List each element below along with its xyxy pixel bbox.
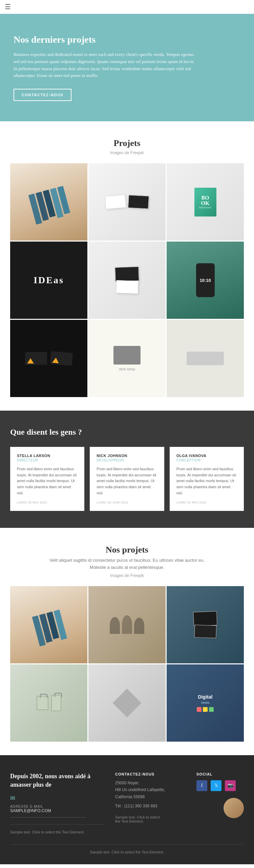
proj-cell-bags bbox=[10, 664, 87, 742]
footer-contact-tel: Tél : (111) 360 336 663 bbox=[115, 804, 186, 808]
footer-col-contact: CONTACTEZ-NOUS 25000 Noyer,Hill Un undef… bbox=[115, 772, 186, 834]
testimonial-role-0: DIRECTEUR bbox=[17, 458, 78, 462]
footer-col-social: SOCIAL f 𝕏 📷 bbox=[196, 772, 244, 834]
contact-button[interactable]: CONTACTEZ-NOUS bbox=[14, 89, 71, 101]
footer-section: Depuis 2002, nous avons aidé à amasser p… bbox=[0, 755, 254, 864]
projets-title: Projets bbox=[10, 138, 244, 148]
footer-email-label: ADRESSE E-MAIL bbox=[10, 805, 105, 808]
footer-email-value: SAMPLE@INFO.COM bbox=[10, 808, 105, 813]
nos-projets-section-2: Nos projets Velit aliquet sagittis id co… bbox=[0, 528, 254, 755]
testimonial-card-1: NICK JOHNSON DÉVELOPPEUR Proin sed liber… bbox=[90, 447, 164, 511]
grid-cell-design-cards bbox=[10, 320, 87, 397]
testimonials-section: Que disent les gens ? STELLA LARSON DIRE… bbox=[0, 411, 254, 528]
footer-bottom-text: Sample text. Click to select the Text El… bbox=[10, 844, 244, 854]
nos-projets-title-2: Nos projets bbox=[10, 545, 244, 555]
testimonial-role-1: DÉVELOPPEUR bbox=[97, 458, 157, 462]
projects-grid-2: Digital Media bbox=[10, 586, 244, 742]
hero-description: Business expertise and dedicated teams t… bbox=[14, 51, 196, 79]
projets-subtitle: Images de Freepik bbox=[10, 150, 244, 155]
grid-cell-desk: desk setup bbox=[88, 320, 166, 397]
grid-cell-phone: 10:10 bbox=[167, 242, 244, 319]
testimonial-name-0: STELLA LARSON bbox=[17, 454, 78, 458]
projets-section: Projets Images de Freepik bbox=[0, 121, 254, 411]
testimonial-name-2: OLGA IVANOVA bbox=[176, 454, 237, 458]
projects-image-grid: BO OK Hardcover IDEas 10:10 bbox=[10, 163, 244, 397]
grid-cell-books bbox=[10, 163, 87, 241]
footer-contact-address: 25000 Noyer,Hill Un undefined Lafayette,… bbox=[115, 780, 186, 800]
grid-cell-cards2 bbox=[88, 242, 166, 319]
footer-tagline: Depuis 2002, nous avons aidé à amasser p… bbox=[10, 772, 105, 789]
testimonial-date-2: LUNDI 20 MAI 2022 bbox=[176, 501, 237, 504]
nos-projets-description: Velit aliquet sagittis id consectetur pu… bbox=[42, 557, 212, 571]
twitter-icon[interactable]: 𝕏 bbox=[211, 780, 221, 791]
testimonial-text-2: Proin sed libero enim sed faucibus turpi… bbox=[176, 466, 237, 496]
proj-cell-digital: Digital Media bbox=[167, 664, 244, 742]
hero-section: Nos derniers projets Business expertise … bbox=[0, 14, 254, 121]
testimonial-text-1: Proin sed libero enim sed faucibus turpi… bbox=[97, 466, 157, 496]
testimonial-card-0: STELLA LARSON DIRECTEUR Proin sed libero… bbox=[10, 447, 84, 511]
footer-col-tagline: Depuis 2002, nous avons aidé à amasser p… bbox=[10, 772, 105, 834]
testimonial-name-1: NICK JOHNSON bbox=[97, 454, 157, 458]
social-icons: f 𝕏 📷 bbox=[196, 780, 244, 791]
testimonial-date-0: LUNDI 20 MAI 2022 bbox=[17, 501, 78, 504]
proj-cell-team bbox=[88, 586, 166, 663]
grid-cell-laptop-ideas: IDEas bbox=[10, 242, 87, 319]
footer-grid: Depuis 2002, nous avons aidé à amasser p… bbox=[10, 772, 244, 834]
proj-cell-abstract bbox=[88, 664, 166, 742]
footer-sample-text-2: Sample text. Click to selectthe Text Ele… bbox=[115, 815, 186, 823]
grid-cell-business-cards bbox=[88, 163, 166, 241]
proj-cell-cards3 bbox=[167, 586, 244, 663]
footer-sample-text-1: Sample text. Click to select the Text El… bbox=[10, 824, 105, 834]
testimonial-role-2: CONCEPTION bbox=[176, 458, 237, 462]
testimonial-card-2: OLGA IVANOVA CONCEPTION Proin sed libero… bbox=[170, 447, 244, 511]
menu-bar: ☰ bbox=[0, 0, 254, 14]
facebook-icon[interactable]: f bbox=[196, 780, 207, 791]
nos-projets-subtitle-2: Images de Freepik bbox=[10, 573, 244, 578]
footer-avatar bbox=[224, 798, 244, 818]
proj-cell-books bbox=[10, 586, 87, 663]
testimonials-grid: STELLA LARSON DIRECTEUR Proin sed libero… bbox=[10, 447, 244, 511]
instagram-icon[interactable]: 📷 bbox=[225, 780, 236, 791]
footer-contact-title: CONTACTEZ-NOUS bbox=[115, 772, 186, 776]
grid-cell-book-cover: BO OK Hardcover bbox=[167, 163, 244, 241]
footer-social-title: SOCIAL bbox=[196, 772, 244, 776]
testimonial-text-0: Proin sed libero enim sed faucibus turpi… bbox=[17, 466, 78, 496]
testimonial-date-1: LUNDI 20 JUIN 2022 bbox=[97, 501, 157, 504]
email-icon: ✉ bbox=[10, 794, 105, 802]
hero-title: Nos derniers projets bbox=[14, 34, 240, 45]
testimonials-title: Que disent les gens ? bbox=[10, 428, 244, 437]
grid-cell-keyboard bbox=[167, 320, 244, 397]
hamburger-icon[interactable]: ☰ bbox=[5, 3, 11, 11]
